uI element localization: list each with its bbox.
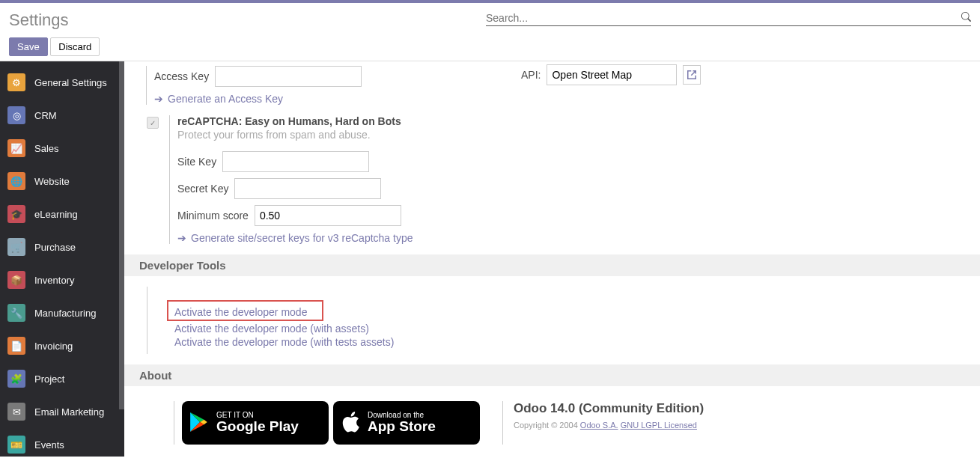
secret-key-input[interactable] [234, 178, 381, 199]
activate-dev-mode-link[interactable]: Activate the developer mode [174, 306, 307, 318]
sidebar-item-label: Inventory [34, 275, 74, 286]
general-settings-icon: ⚙ [7, 73, 25, 91]
site-key-label: Site Key [177, 156, 216, 168]
about-copyright: Copyright © 2004 Odoo S.A. GNU LGPL Lice… [514, 421, 704, 430]
elearning-icon: 🎓 [7, 205, 25, 223]
activate-dev-mode-tests-link[interactable]: Activate the developer mode (with tests … [174, 336, 980, 348]
secret-key-label: Secret Key [177, 183, 228, 195]
sidebar-item-label: CRM [34, 110, 57, 121]
invoicing-icon: 📄 [7, 337, 25, 355]
search-input[interactable] [486, 12, 961, 24]
sidebar-item-sales[interactable]: 📈Sales [0, 132, 124, 165]
sidebar-item-label: Website [34, 176, 70, 187]
sidebar-item-label: Purchase [34, 242, 76, 253]
sidebar-scrollbar[interactable] [119, 61, 124, 409]
events-icon: 🎫 [7, 436, 25, 454]
app-store-badge[interactable]: Download on the App Store [333, 401, 480, 445]
sidebar-item-label: eLearning [34, 209, 78, 220]
website-icon: 🌐 [7, 172, 25, 190]
sidebar-item-label: Events [34, 439, 64, 451]
highlight-activate-dev: Activate the developer mode [167, 300, 323, 321]
site-key-input[interactable] [222, 151, 369, 172]
sidebar-item-events[interactable]: 🎫Events [0, 428, 124, 457]
crm-icon: ◎ [7, 106, 25, 124]
license-link[interactable]: GNU LGPL Licensed [621, 421, 697, 430]
external-link-icon[interactable] [683, 65, 701, 85]
section-developer-tools: Developer Tools [124, 254, 980, 276]
apple-icon [341, 411, 360, 436]
recaptcha-title: reCAPTCHA: Easy on Humans, Hard on Bots [177, 115, 499, 127]
google-play-badge[interactable]: GET IT ON Google Play [182, 401, 329, 445]
sidebar-item-label: Manufacturing [34, 308, 96, 319]
sidebar-item-elearning[interactable]: 🎓eLearning [0, 198, 124, 231]
settings-content: Access Key ➔ Generate an Access Key ✓ re… [124, 61, 980, 457]
manufacturing-icon: 🔧 [7, 304, 25, 322]
sidebar-item-label: Invoicing [34, 341, 73, 352]
sidebar-item-label: Email Marketing [34, 406, 104, 418]
sidebar-item-website[interactable]: 🌐Website [0, 165, 124, 198]
access-key-label: Access Key [154, 70, 209, 82]
sidebar-item-label: Sales [34, 143, 59, 154]
odoo-company-link[interactable]: Odoo S.A. [580, 421, 618, 430]
email-marketing-icon: ✉ [7, 403, 25, 421]
sidebar-item-label: General Settings [34, 77, 107, 88]
sidebar-item-purchase[interactable]: 🛒Purchase [0, 231, 124, 263]
page-title: Settings [9, 10, 69, 30]
recaptcha-checkbox[interactable]: ✓ [147, 117, 159, 129]
section-about: About [124, 364, 980, 386]
arrow-right-icon: ➔ [177, 232, 186, 244]
sidebar-item-general-settings[interactable]: ⚙General Settings [0, 66, 124, 99]
inventory-icon: 📦 [7, 271, 25, 289]
settings-sidebar: ⚙General Settings◎CRM📈Sales🌐Website🎓eLea… [0, 61, 124, 457]
search-bar[interactable] [486, 10, 971, 26]
access-key-input[interactable] [215, 66, 362, 87]
min-score-label: Minimum score [177, 210, 249, 222]
api-label: API: [521, 69, 541, 81]
sidebar-item-invoicing[interactable]: 📄Invoicing [0, 329, 124, 362]
arrow-right-icon: ➔ [154, 93, 163, 105]
google-play-large-text: Google Play [216, 419, 299, 435]
min-score-input[interactable] [255, 205, 401, 226]
sidebar-item-manufacturing[interactable]: 🔧Manufacturing [0, 296, 124, 329]
activate-dev-mode-assets-link[interactable]: Activate the developer mode (with assets… [174, 323, 980, 335]
recaptcha-desc: Protect your forms from spam and abuse. [177, 129, 499, 141]
search-icon[interactable] [961, 12, 971, 24]
purchase-icon: 🛒 [7, 238, 25, 256]
about-version: Odoo 14.0 (Community Edition) [514, 401, 704, 416]
generate-access-key-link[interactable]: ➔ Generate an Access Key [154, 93, 283, 105]
api-input[interactable] [547, 64, 677, 85]
sidebar-item-project[interactable]: 🧩Project [0, 362, 124, 395]
app-store-large-text: App Store [368, 419, 436, 435]
sidebar-item-crm[interactable]: ◎CRM [0, 99, 124, 132]
save-button[interactable]: Save [9, 37, 48, 56]
discard-button[interactable]: Discard [50, 37, 100, 56]
sidebar-item-email-marketing[interactable]: ✉Email Marketing [0, 395, 124, 428]
sales-icon: 📈 [7, 139, 25, 157]
google-play-icon [189, 412, 209, 435]
sidebar-item-label: Project [34, 373, 64, 385]
project-icon: 🧩 [7, 370, 25, 388]
sidebar-item-inventory[interactable]: 📦Inventory [0, 263, 124, 296]
generate-recaptcha-keys-link[interactable]: ➔ Generate site/secret keys for v3 reCap… [177, 232, 413, 244]
